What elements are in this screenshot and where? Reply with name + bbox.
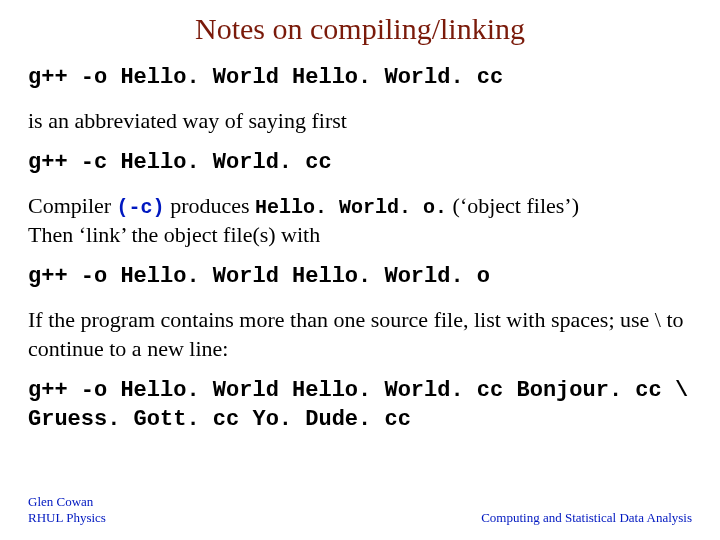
footer-affiliation: RHUL Physics bbox=[28, 510, 106, 525]
slide-title: Notes on compiling/linking bbox=[28, 12, 692, 46]
text-4a: Compiler bbox=[28, 193, 117, 218]
text-line-2: is an abbreviated way of saying first bbox=[28, 107, 692, 136]
code-line-8: g++ -o Hello. World Hello. World. cc Bon… bbox=[28, 377, 692, 434]
text-4e: (‘object files’) bbox=[447, 193, 579, 218]
text-line-4: Compiler (-c) produces Hello. World. o. … bbox=[28, 192, 692, 250]
footer-left: Glen Cowan RHUL Physics bbox=[28, 494, 106, 527]
text-line-7: If the program contains more than one so… bbox=[28, 306, 692, 363]
text-4c: produces bbox=[165, 193, 255, 218]
footer: Glen Cowan RHUL Physics Computing and St… bbox=[28, 494, 692, 527]
code-line-6: g++ -o Hello. World Hello. World. o bbox=[28, 263, 692, 292]
code-line-3: g++ -c Hello. World. cc bbox=[28, 149, 692, 178]
footer-author: Glen Cowan bbox=[28, 494, 93, 509]
slide: Notes on compiling/linking g++ -o Hello.… bbox=[0, 0, 720, 540]
footer-right: Computing and Statistical Data Analysis bbox=[481, 510, 692, 526]
text-line-5: Then ‘link’ the object file(s) with bbox=[28, 222, 320, 247]
code-4d: Hello. World. o. bbox=[255, 196, 447, 219]
code-line-1: g++ -o Hello. World Hello. World. cc bbox=[28, 64, 692, 93]
code-4b: (-c) bbox=[117, 196, 165, 219]
slide-body: g++ -o Hello. World Hello. World. cc is … bbox=[28, 64, 692, 434]
